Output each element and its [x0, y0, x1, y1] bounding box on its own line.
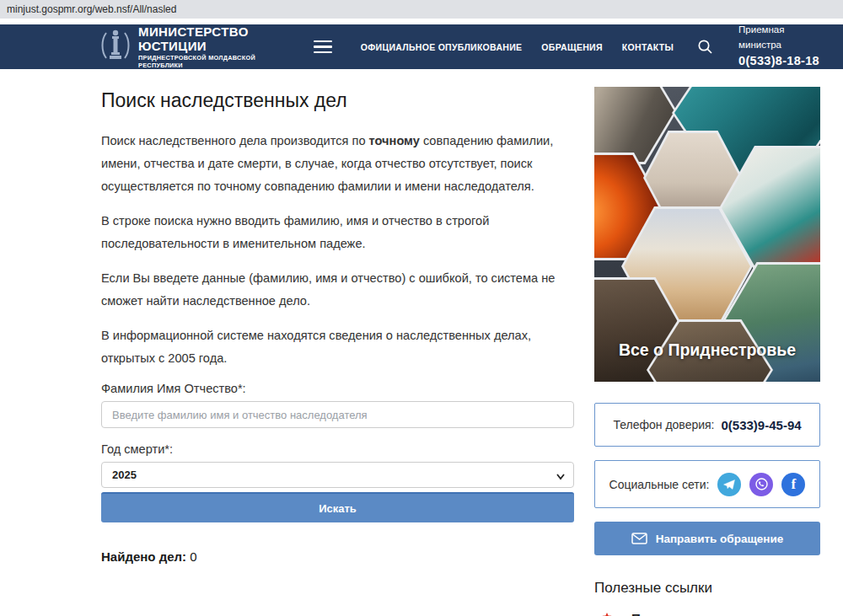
ministry-name: МИНИСТЕРСТВО ЮСТИЦИИ ПРИДНЕСТРОВСКОЙ МОЛ…	[138, 24, 295, 69]
results-count-line: Найдено дел: 0	[101, 549, 574, 564]
page-body: Поиск наследственных дел Поиск наследств…	[0, 69, 843, 616]
reception-phone: 0(533)8-18-18	[738, 52, 819, 71]
name-field-label: Фамилия Имя Отчество*:	[101, 382, 574, 395]
ministry-title: МИНИСТЕРСТВО ЮСТИЦИИ	[138, 24, 295, 53]
useful-links-title: Полезные ссылки	[594, 580, 820, 597]
ministry-subtitle: ПРИДНЕСТРОВСКОЙ МОЛДАВСКОЙ РЕСПУБЛИКИ	[138, 54, 295, 69]
page-title: Поиск наследственных дел	[101, 89, 574, 112]
facebook-icon[interactable]: f	[781, 473, 805, 496]
results-label: Найдено дел:	[101, 549, 186, 564]
p1-before: Поиск наследственного дела производится …	[101, 134, 369, 147]
nav-official-publication[interactable]: ОФИЦИАЛЬНОЕ ОПУБЛИКОВАНИЕ	[361, 42, 523, 52]
hotline-label: Телефон доверия:	[613, 418, 714, 431]
main-nav: ОФИЦИАЛЬНОЕ ОПУБЛИКОВАНИЕ ОБРАЩЕНИЯ КОНТ…	[361, 42, 674, 52]
nav-contacts[interactable]: КОНТАКТЫ	[622, 42, 674, 52]
minister-reception: Приемная министра 0(533)8-18-18	[738, 23, 819, 70]
name-input[interactable]	[101, 401, 574, 428]
social-label: Социальные сети:	[609, 478, 710, 491]
address-bar[interactable]: minjust.gospmr.org/web.nsf/All/nasled	[0, 0, 843, 19]
ministry-emblem-icon	[99, 28, 132, 67]
viber-icon[interactable]	[749, 473, 773, 496]
results-count: 0	[190, 549, 196, 564]
site-header: МИНИСТЕРСТВО ЮСТИЦИИ ПРИДНЕСТРОВСКОЙ МОЛ…	[0, 24, 843, 69]
p1-bold-word: точному	[369, 134, 420, 147]
envelope-icon	[631, 533, 647, 544]
year-field-label: Год смерти*:	[101, 442, 574, 456]
social-box: Социальные сети: f	[594, 460, 820, 508]
page-top-gap	[0, 19, 843, 24]
useful-link-label: П	[631, 611, 641, 616]
pmr-emblem-icon	[594, 611, 620, 616]
reception-label: Приемная министра	[738, 23, 819, 52]
intro-paragraph-4: В информационной системе находятся сведе…	[101, 324, 574, 370]
sidebar: Все о Приднестровье Телефон доверия: 0(5…	[594, 87, 820, 616]
intro-paragraph-2: В строке поиска нужно вводить фамилию, и…	[101, 210, 574, 255]
banner-caption: Все о Приднестровье	[594, 340, 820, 360]
pridnestrovie-banner[interactable]: Все о Приднестровье	[594, 87, 820, 382]
appeal-button-label: Направить обращение	[656, 533, 784, 545]
main-content: Поиск наследственных дел Поиск наследств…	[101, 89, 574, 616]
search-submit-button[interactable]: Искать	[101, 492, 574, 522]
send-appeal-button[interactable]: Направить обращение	[594, 522, 820, 555]
intro-paragraph-3: Если Вы введете данные (фамилию, имя и о…	[101, 267, 574, 313]
death-year-select[interactable]: 2025	[101, 462, 574, 488]
search-icon[interactable]	[697, 39, 713, 55]
ministry-logo[interactable]: МИНИСТЕРСТВО ЮСТИЦИИ ПРИДНЕСТРОВСКОЙ МОЛ…	[99, 24, 295, 69]
menu-hamburger-icon[interactable]	[314, 40, 332, 54]
intro-paragraph-1: Поиск наследственного дела производится …	[101, 130, 574, 198]
telegram-icon[interactable]	[717, 473, 741, 496]
hotline-phone: 0(533)9-45-94	[722, 418, 802, 432]
nav-appeals[interactable]: ОБРАЩЕНИЯ	[541, 42, 602, 52]
hotline-box: Телефон доверия: 0(533)9-45-94	[594, 403, 820, 447]
useful-link-item[interactable]: П	[594, 611, 820, 616]
